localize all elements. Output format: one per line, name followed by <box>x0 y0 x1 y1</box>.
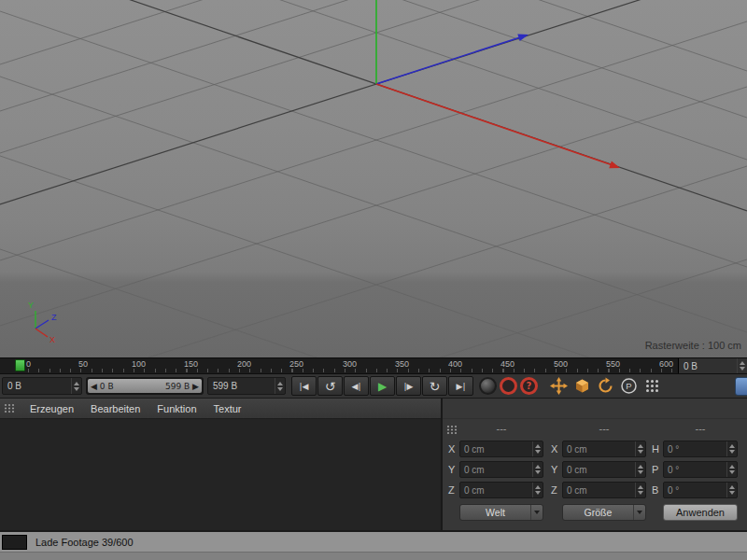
ruler-tick-label: 300 <box>343 359 357 369</box>
range-end-handle[interactable]: 599 B ▶ <box>165 382 199 391</box>
menu-bearbeiten[interactable]: Bearbeiten <box>82 399 148 419</box>
loop-backward-button[interactable]: ↺ <box>317 376 343 396</box>
current-frame-marker[interactable] <box>15 359 25 371</box>
size-mode-dropdown[interactable]: Größe <box>562 504 646 521</box>
goto-start-button[interactable]: |◀ <box>291 376 317 396</box>
coord-row-x: X 0 cm X 0 cm H 0 ° <box>443 440 747 458</box>
record-controls: ? <box>479 377 538 395</box>
range-start-handle[interactable]: ◀ 0 B <box>91 382 114 391</box>
pos-x-field[interactable]: 0 cm <box>459 441 543 457</box>
lower-area: Erzeugen Bearbeiten Funktion Textur --- … <box>0 399 747 530</box>
end-frame-field[interactable]: 599 B <box>207 377 286 395</box>
loop-forward-button[interactable]: ↻ <box>422 376 447 396</box>
stepper-icon[interactable] <box>532 483 543 497</box>
chevron-down-icon <box>633 505 645 520</box>
ruler-tick-label: 100 <box>132 359 146 369</box>
play-button[interactable]: ▶ <box>370 376 395 396</box>
apply-button[interactable]: Anwenden <box>663 504 738 521</box>
rot-h-field[interactable]: 0 ° <box>663 441 738 457</box>
timeline-panel: Erzeugen Bearbeiten Funktion Textur <box>0 399 441 530</box>
ruler-tick-marks <box>28 369 674 372</box>
pos-z-field[interactable]: 0 cm <box>459 482 543 498</box>
rot-b-label: B <box>652 484 663 496</box>
p-circle-icon: P <box>620 377 638 395</box>
coordinates-panel: --- --- --- X 0 cm X 0 cm H 0 <box>441 399 747 530</box>
range-right-arrow-icon: ▶ <box>190 382 199 391</box>
gizmo-x-label: X <box>49 335 55 344</box>
ruler-tick-label: 0 <box>26 359 31 369</box>
last-tool-button[interactable]: P <box>617 376 640 397</box>
coordinates-panel-top <box>443 399 747 419</box>
stepper-icon[interactable] <box>532 462 543 477</box>
coord-row-z: Z 0 cm Z 0 cm B 0 ° <box>443 481 747 499</box>
stepper-icon[interactable] <box>71 378 81 394</box>
ruler-frame-field[interactable]: 0 B <box>678 358 747 373</box>
playback-controls: |◀ ↺ ◀| ▶ |▶ ↻ ▶| <box>291 376 473 396</box>
coordinate-system-dropdown[interactable]: Welt <box>459 504 543 521</box>
stepper-icon[interactable] <box>635 441 645 456</box>
ruler-tick-label: 550 <box>606 359 620 369</box>
stepper-icon[interactable] <box>726 462 737 477</box>
menu-funktion[interactable]: Funktion <box>148 399 204 419</box>
stepper-icon[interactable] <box>726 441 737 456</box>
size-x-label: X <box>551 443 562 455</box>
status-bar-edge <box>0 552 747 560</box>
size-y-field[interactable]: 0 cm <box>562 461 646 478</box>
size-x-field[interactable]: 0 cm <box>562 441 646 457</box>
column-header-size: --- <box>562 423 646 434</box>
ruler-tick-label: 350 <box>395 359 409 369</box>
axis-gizmo: Y Z X <box>28 301 57 344</box>
pos-y-field[interactable]: 0 cm <box>459 461 543 478</box>
next-frame-button[interactable]: |▶ <box>396 376 421 396</box>
ruler-tick-label: 150 <box>184 359 198 369</box>
gizmo-z-label: Z <box>51 313 57 322</box>
playback-rate-icon[interactable] <box>479 377 497 395</box>
help-icon[interactable]: ? <box>520 377 538 395</box>
viewport-3d[interactable]: Y Z X Rasterweite : 100 cm <box>0 0 747 357</box>
rot-p-field[interactable]: 0 ° <box>663 461 738 478</box>
stepper-icon[interactable] <box>635 483 645 497</box>
rotate-tool-button[interactable] <box>594 376 616 397</box>
stepper-icon[interactable] <box>737 358 747 373</box>
stepper-icon[interactable] <box>532 441 543 456</box>
menu-textur[interactable]: Textur <box>205 399 250 419</box>
scale-tool-button[interactable] <box>571 376 593 397</box>
record-icon[interactable] <box>500 377 517 395</box>
viewport-grid: Y Z X <box>0 0 747 357</box>
ruler-tick-label: 50 <box>78 359 88 369</box>
clipped-toolbar-icon[interactable] <box>735 377 747 396</box>
preview-range-slider[interactable]: ◀ 0 B 599 B ▶ <box>86 377 204 395</box>
stepper-icon[interactable] <box>635 462 645 477</box>
x-axis <box>376 84 620 168</box>
panel-drag-icon[interactable] <box>446 425 459 435</box>
current-frame-field[interactable]: 0 B <box>2 377 82 395</box>
gizmo-y-label: Y <box>28 301 34 310</box>
menu-erzeugen[interactable]: Erzeugen <box>21 399 82 419</box>
timeline-menubar: Erzeugen Bearbeiten Funktion Textur <box>0 399 441 419</box>
move-tool-button[interactable] <box>547 376 570 397</box>
size-z-field[interactable]: 0 cm <box>562 482 646 498</box>
stepper-icon[interactable] <box>726 483 737 497</box>
rot-b-field[interactable]: 0 ° <box>663 482 738 498</box>
grid-minor-lines <box>0 0 747 357</box>
tool-palette-button[interactable] <box>641 376 663 397</box>
tool-icons: P <box>547 376 747 397</box>
size-y-label: Y <box>551 464 562 475</box>
goto-end-button[interactable]: ▶| <box>448 376 473 396</box>
timeline-ruler[interactable]: 0 50 100 150 200 250 300 350 400 450 500… <box>0 357 747 374</box>
progress-indicator <box>2 535 27 550</box>
previous-frame-button[interactable]: ◀| <box>344 376 369 396</box>
timeline-content[interactable] <box>0 419 441 530</box>
ruler-tick-label: 450 <box>500 359 514 369</box>
panel-drag-icon[interactable] <box>4 403 17 413</box>
cube-icon <box>573 377 591 395</box>
stepper-icon[interactable] <box>275 378 285 394</box>
coord-row-y: Y 0 cm Y 0 cm P 0 ° <box>443 460 747 479</box>
transport-bar: 0 B ◀ 0 B 599 B ▶ 599 B |◀ ↺ ◀| ▶ |▶ ↻ ▶… <box>0 374 747 399</box>
chevron-down-icon <box>530 505 543 520</box>
range-left-arrow-icon: ◀ <box>91 382 100 391</box>
ruler-tick-label: 250 <box>289 359 303 369</box>
svg-text:P: P <box>626 381 631 391</box>
status-message: Lade Footage 39/600 <box>35 537 134 548</box>
coordinates-actions: Welt Größe Anwenden <box>443 503 747 524</box>
